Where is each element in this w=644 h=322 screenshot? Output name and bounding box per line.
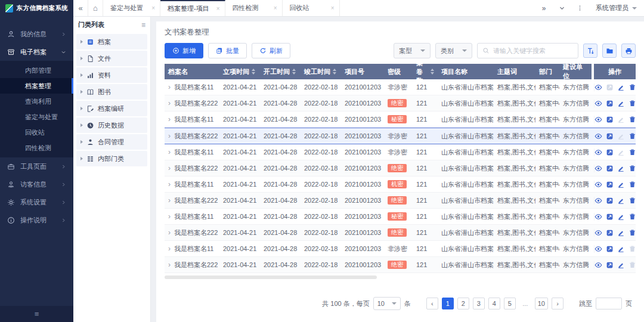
home-button[interactable]: ⌂ <box>88 0 103 16</box>
tree-item-internal-category[interactable]: 内部门类 <box>76 151 147 166</box>
expand-caret-icon[interactable]: › <box>168 164 171 172</box>
table-row[interactable]: ›我是档案名112021-04-212021-04-282022-02-1820… <box>165 79 636 95</box>
view-icon[interactable] <box>595 261 602 269</box>
view-icon[interactable] <box>595 197 602 205</box>
relate-icon[interactable] <box>606 261 614 269</box>
sidebar-subitem-internal[interactable]: 内部管理 <box>0 63 73 78</box>
tree-item-history[interactable]: 历史数据 <box>76 117 147 133</box>
category-select[interactable]: 类别 <box>435 43 472 58</box>
tree-item-book[interactable]: 图书 <box>76 84 147 100</box>
tab-archive-project[interactable]: 档案整理-项目× <box>160 0 225 16</box>
double-chevron-right-button[interactable]: » <box>535 4 553 13</box>
expand-caret-icon[interactable]: › <box>168 212 171 221</box>
view-icon[interactable] <box>595 245 602 253</box>
page-button-4[interactable]: 4 <box>488 298 500 309</box>
table-row[interactable]: ›我是档案名2222021-04-212021-04-282022-02-182… <box>165 160 636 177</box>
delete-icon[interactable] <box>628 229 636 237</box>
expand-caret-icon[interactable] <box>80 57 83 60</box>
view-icon[interactable] <box>595 213 602 221</box>
sidebar-item-e-archive[interactable]: 电子档案 <box>0 43 73 61</box>
table-row[interactable]: ›我是档案名112021-04-212021-04-282022-02-1820… <box>165 144 636 160</box>
view-icon[interactable] <box>595 132 602 140</box>
table-row[interactable]: ›我是档案名112021-04-212021-04-282022-02-1820… <box>165 209 636 225</box>
delete-icon[interactable] <box>628 132 636 140</box>
expand-caret-icon[interactable]: › <box>168 180 171 188</box>
sidebar-subitem-recycle[interactable]: 回收站 <box>0 125 73 140</box>
expand-caret-icon[interactable]: › <box>168 148 171 156</box>
close-icon[interactable]: × <box>216 5 220 12</box>
filter-button[interactable] <box>583 44 597 58</box>
relate-icon[interactable] <box>606 116 614 123</box>
batch-button[interactable]: 批量 <box>208 43 247 58</box>
relate-icon[interactable] <box>606 213 614 221</box>
relate-icon[interactable] <box>606 181 614 188</box>
delete-icon[interactable] <box>628 116 636 123</box>
user-menu[interactable]: 系统管理员 <box>589 4 637 13</box>
table-row[interactable]: ›我是档案名2222021-04-212021-04-282022-02-182… <box>165 128 636 144</box>
expand-caret-icon[interactable]: › <box>168 115 171 123</box>
sidebar-item-settings[interactable]: 系统设置 <box>0 193 73 211</box>
table-row[interactable]: ›我是档案名2222021-04-212021-04-282022-02-182… <box>165 193 636 209</box>
delete-icon[interactable] <box>628 83 636 91</box>
tree-item-archive[interactable]: 档案 <box>76 34 147 49</box>
view-icon[interactable] <box>595 116 602 123</box>
expand-caret-icon[interactable]: › <box>168 228 171 237</box>
delete-icon[interactable] <box>628 148 636 156</box>
page-button-1[interactable]: 1 <box>442 298 454 309</box>
expand-caret-icon[interactable]: › <box>168 244 171 253</box>
sidebar-item-my-info[interactable]: 我的信息 <box>0 25 73 43</box>
tree-item-file[interactable]: 文件 <box>76 51 147 66</box>
tab-four-check[interactable]: 四性检测× <box>225 0 283 16</box>
relate-icon[interactable] <box>606 148 614 156</box>
view-icon[interactable] <box>595 100 602 107</box>
expand-caret-icon[interactable]: › <box>168 132 171 140</box>
panel-menu-icon[interactable]: ≡ <box>141 21 145 29</box>
view-icon[interactable] <box>595 165 602 172</box>
table-row[interactable]: ›我是档案名2222021-04-212021-04-282022-02-182… <box>165 225 636 241</box>
relate-icon[interactable] <box>606 229 614 237</box>
expand-caret-icon[interactable]: › <box>168 99 171 107</box>
expand-caret-icon[interactable]: › <box>168 196 171 205</box>
sort-icon[interactable] <box>333 69 336 75</box>
more-actions-button[interactable] <box>571 5 589 11</box>
sort-icon[interactable] <box>292 69 296 75</box>
table-row[interactable]: ›我是档案名112021-04-212021-04-282022-02-1820… <box>165 112 636 128</box>
table-row[interactable]: ›我是档案名2222021-04-212021-04-282022-02-182… <box>165 95 636 112</box>
tabs-dropdown-button[interactable] <box>553 5 571 11</box>
expand-caret-icon[interactable] <box>80 40 83 44</box>
delete-icon[interactable] <box>628 181 636 188</box>
table-row[interactable]: ›我是档案名2222021-04-212021-04-282022-02-182… <box>165 257 636 273</box>
expand-caret-icon[interactable] <box>80 157 83 160</box>
close-icon[interactable]: × <box>151 5 155 11</box>
edit-icon[interactable] <box>617 100 625 107</box>
sidebar-collapse-button[interactable]: ≡ <box>0 306 73 322</box>
relate-icon[interactable] <box>606 100 614 107</box>
expand-caret-icon[interactable]: › <box>168 83 171 91</box>
relate-icon[interactable] <box>606 165 614 172</box>
edit-icon[interactable] <box>617 245 625 253</box>
tab-appraisal-disposal[interactable]: 鉴定与处置× <box>103 0 160 16</box>
column-header-1[interactable]: 立项时间 <box>219 64 260 79</box>
page-button-2[interactable]: 2 <box>457 298 469 309</box>
relate-icon[interactable] <box>606 197 614 205</box>
edit-icon[interactable] <box>617 261 625 269</box>
tree-item-contract[interactable]: 合同管理 <box>76 134 147 150</box>
table-row[interactable]: ›我是档案名112021-04-212021-04-282022-02-1820… <box>165 241 636 257</box>
sidebar-item-help[interactable]: 操作说明 <box>0 211 73 229</box>
close-icon[interactable]: × <box>274 5 277 11</box>
sidebar-subitem-appraisal[interactable]: 鉴定与处置 <box>0 109 73 125</box>
page-button-3[interactable]: 3 <box>473 298 485 309</box>
collapse-menu-button[interactable]: « <box>73 0 88 16</box>
expand-caret-icon[interactable] <box>80 140 83 144</box>
sidebar-subitem-query[interactable]: 查询利用 <box>0 94 73 109</box>
expand-caret-icon[interactable] <box>80 73 83 77</box>
delete-icon[interactable] <box>628 213 636 221</box>
refresh-button[interactable]: 刷新 <box>252 43 290 58</box>
view-icon[interactable] <box>595 181 602 188</box>
column-header-2[interactable]: 开工时间 <box>260 64 301 79</box>
edit-icon[interactable] <box>617 181 625 188</box>
sort-icon[interactable] <box>431 69 434 75</box>
expand-caret-icon[interactable] <box>80 107 83 110</box>
edit-icon[interactable] <box>617 197 625 205</box>
page-size-select[interactable]: 10 <box>373 297 401 310</box>
